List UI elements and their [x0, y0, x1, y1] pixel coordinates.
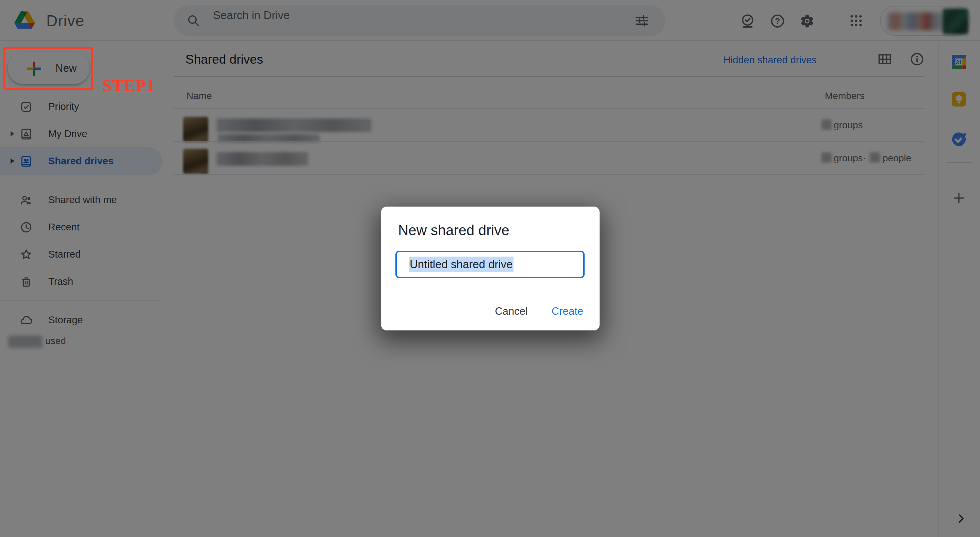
- dialog-buttons: Cancel Create: [495, 305, 583, 317]
- dialog-title: New shared drive: [398, 222, 509, 239]
- step1-highlight-box: [3, 47, 93, 90]
- create-button[interactable]: Create: [552, 305, 583, 317]
- drive-app: Drive Search in Drive ?: [0, 0, 980, 537]
- step1-label: STEP1: [102, 76, 155, 95]
- cancel-button[interactable]: Cancel: [495, 305, 528, 317]
- drive-name-input-value: Untitled shared drive: [409, 257, 514, 272]
- new-shared-drive-dialog: New shared drive Untitled shared drive C…: [381, 207, 600, 330]
- drive-name-input[interactable]: Untitled shared drive: [395, 251, 585, 278]
